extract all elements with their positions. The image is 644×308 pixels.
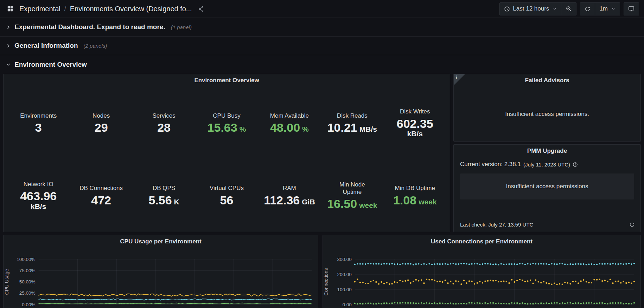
stat-min-node-uptime: Min Node Uptime16.50week	[321, 181, 383, 210]
zoom-out-button[interactable]	[561, 2, 576, 15]
stat-value: 15.63%	[208, 121, 246, 134]
stat-cpu-busy: CPU Busy15.63%	[195, 112, 258, 134]
svg-text:0.00%: 0.00%	[22, 302, 35, 307]
stat-value: 463.96kB/s	[20, 190, 57, 210]
row-title: General information	[14, 42, 78, 50]
stat-label: Disk Writes	[400, 108, 430, 115]
stat-value: 10.21MB/s	[327, 121, 377, 134]
stat-virtual-cpus: Virtual CPUs56	[195, 184, 258, 207]
row-panel-count: (1 panel)	[171, 24, 192, 30]
row-panel-count: (2 panels)	[84, 43, 107, 49]
stat-mem-available: Mem Available48.00%	[258, 112, 321, 134]
refresh-interval-dropdown[interactable]: 1m	[595, 2, 620, 15]
environment-stats: Environments3Nodes29Services28CPU Busy15…	[4, 87, 450, 232]
stat-label: CPU Busy	[213, 112, 240, 119]
clock-icon	[504, 6, 510, 12]
pmm-upgrade-message: Insufficient access permissions	[460, 173, 634, 199]
chevron-right-icon	[6, 43, 11, 48]
stat-disk-writes: Disk Writes602.35kB/s	[384, 108, 446, 138]
breadcrumb-separator: /	[64, 5, 66, 13]
svg-text:CPU Usage: CPU Usage	[4, 269, 9, 295]
stat-label: Nodes	[93, 112, 110, 119]
panel-title[interactable]: CPU Usage per Environment	[4, 235, 318, 248]
time-range-picker[interactable]: Last 12 hours	[499, 2, 561, 15]
panel-pmm-upgrade: PMM Upgrade Current version: 2.38.1 (Jul…	[453, 144, 641, 232]
panel-title[interactable]: Failed Advisors	[454, 74, 640, 87]
stat-label: RAM	[283, 184, 296, 192]
svg-text:300.00: 300.00	[337, 257, 352, 262]
row-experimental-dashboard[interactable]: Experimental Dashboard. Expand to read m…	[0, 18, 644, 37]
row-title: Experimental Dashboard. Expand to read m…	[14, 23, 165, 31]
stat-nodes: Nodes29	[70, 112, 132, 134]
caret-down-icon	[553, 7, 557, 11]
apps-grid-icon[interactable]	[6, 4, 15, 13]
version-date-text: (July 11, 2023 UTC)	[523, 162, 570, 168]
stat-environments: Environments3	[7, 112, 70, 134]
pmm-current-version: Current version: 2.38.1 (July 11, 2023 U…	[454, 157, 640, 168]
panel-title[interactable]: Used Connections per Environment	[323, 235, 640, 248]
time-controls-group: Last 12 hours	[499, 2, 576, 15]
svg-text:25.00%: 25.00%	[19, 290, 36, 296]
stat-label: Environments	[20, 112, 57, 119]
panel-title[interactable]: Environment Overview	[4, 74, 450, 87]
cpu-usage-chart[interactable]: 0.00%25.00%50.00%75.00%100.00%CPU Usage	[4, 248, 318, 308]
kiosk-tv-mode-button[interactable]	[624, 2, 639, 15]
stat-label: Min DB Uptime	[395, 184, 435, 192]
stat-value: 472	[91, 194, 111, 207]
row-general-information[interactable]: General information (2 panels)	[0, 37, 644, 55]
panel-info-icon[interactable]: i	[454, 74, 465, 85]
stat-disk-reads: Disk Reads10.21MB/s	[321, 112, 383, 134]
stat-label: DB Connections	[79, 184, 123, 192]
info-circle-icon[interactable]	[573, 162, 578, 167]
row-title: Environment Overview	[14, 61, 87, 68]
breadcrumb: Experimental / Environments Overview (De…	[19, 5, 192, 13]
chevron-right-icon	[6, 25, 11, 30]
row-environment-overview[interactable]: Environment Overview	[0, 55, 644, 74]
breadcrumb-dashboard[interactable]: Environments Overview (Designed fo...	[70, 5, 192, 13]
stat-label: Network IO	[24, 181, 53, 188]
stat-min-db-uptime: Min DB Uptime1.08week	[384, 184, 446, 207]
svg-text:75.00%: 75.00%	[19, 268, 36, 273]
refresh-dashboard-button[interactable]	[580, 2, 595, 15]
dashboard-grid: Environment Overview Environments3Nodes2…	[0, 74, 644, 308]
panel-used-connections-per-environment: Used Connections per Environment 0.00100…	[323, 235, 641, 308]
stat-value: 112.36GiB	[264, 194, 315, 207]
breadcrumb-folder[interactable]: Experimental	[19, 5, 60, 13]
svg-text:0.00: 0.00	[343, 302, 352, 307]
stat-label: DB QPS	[153, 184, 175, 192]
stat-network-io: Network IO463.96kB/s	[7, 181, 70, 211]
stat-label: Virtual CPUs	[210, 184, 244, 192]
check-updates-refresh-icon[interactable]	[629, 222, 635, 228]
stat-value: 3	[35, 121, 42, 134]
stat-value: 1.08week	[393, 194, 437, 207]
stat-label: Services	[152, 112, 175, 119]
stat-label: Mem Available	[270, 112, 309, 119]
panel-cpu-usage-per-environment: CPU Usage per Environment 0.00%25.00%50.…	[3, 235, 318, 308]
used-connections-chart[interactable]: 0.00100.00200.00300.00Connections	[323, 248, 640, 308]
share-dashboard-icon[interactable]	[197, 5, 205, 13]
stat-label: Disk Reads	[337, 112, 368, 119]
panel-failed-advisors: i Failed Advisors Insufficient access pe…	[453, 74, 641, 142]
monitor-icon	[628, 6, 635, 12]
panel-title[interactable]: PMM Upgrade	[454, 145, 640, 157]
stats-row-1: Environments3Nodes29Services28CPU Busy15…	[7, 87, 446, 159]
svg-text:50.00%: 50.00%	[19, 279, 36, 284]
stat-services: Services28	[133, 112, 195, 134]
stat-value: 602.35kB/s	[397, 117, 433, 138]
chevron-down-icon	[6, 62, 11, 67]
stat-db-qps: DB QPS5.56K	[133, 184, 195, 207]
top-navigation-bar: Experimental / Environments Overview (De…	[0, 0, 644, 18]
svg-text:100.00%: 100.00%	[17, 257, 35, 262]
stats-row-2: Network IO463.96kB/sDB Connections472DB …	[7, 159, 446, 232]
refresh-interval-label: 1m	[599, 5, 608, 12]
stat-value: 48.00%	[270, 121, 309, 134]
refresh-icon	[585, 6, 591, 12]
stat-ram: RAM112.36GiB	[258, 184, 321, 207]
svg-text:100.00: 100.00	[337, 287, 352, 292]
failed-advisors-message: Insufficient access permissions.	[454, 87, 640, 141]
pmm-last-check: Last check: July 27, 13:59 UTC	[460, 222, 533, 228]
stat-value: 16.50week	[327, 197, 377, 210]
refresh-controls-group: 1m	[580, 2, 620, 15]
stat-value: 56	[220, 194, 234, 207]
caret-down-icon	[611, 7, 616, 11]
